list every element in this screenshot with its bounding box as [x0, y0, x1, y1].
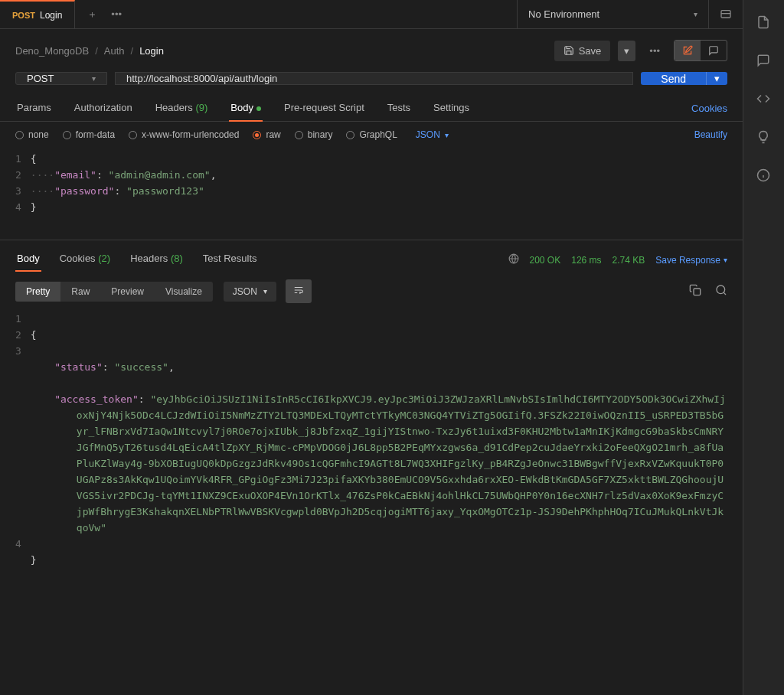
documentation-icon[interactable] — [756, 15, 772, 31]
svg-rect-0 — [721, 10, 730, 17]
save-button[interactable]: Save — [554, 41, 611, 61]
body-type-formdata[interactable]: form-data — [63, 129, 115, 140]
response-body-viewer[interactable]: 1234 { "status": "success", "access_toke… — [0, 311, 743, 695]
build-mode-icon[interactable] — [675, 41, 701, 60]
tab-tests[interactable]: Tests — [386, 96, 412, 121]
url-input[interactable] — [115, 72, 633, 85]
wrap-lines-icon[interactable] — [286, 279, 312, 303]
breadcrumb-folder[interactable]: Auth — [104, 45, 125, 57]
copy-icon[interactable] — [689, 284, 701, 299]
body-type-urlencoded[interactable]: x-www-form-urlencoded — [129, 129, 239, 140]
more-tabs-icon[interactable]: ••• — [111, 8, 122, 20]
more-actions-icon[interactable]: ••• — [643, 42, 666, 60]
svg-point-3 — [717, 286, 725, 294]
info-icon[interactable] — [756, 168, 772, 184]
view-mode-toggle — [674, 40, 727, 61]
environment-label: No Environment — [528, 8, 599, 20]
save-icon — [564, 45, 574, 56]
tab-title: Login — [40, 10, 62, 21]
breadcrumb: Deno_MongoDB / Auth / Login Save ▾ ••• — [0, 29, 743, 72]
method-selector[interactable]: POST ▾ — [15, 72, 107, 85]
body-format-selector[interactable]: JSON▾ — [416, 129, 449, 140]
resp-tab-body[interactable]: Body — [15, 248, 41, 272]
body-type-raw[interactable]: raw — [253, 129, 280, 140]
body-type-graphql[interactable]: GraphQL — [346, 129, 397, 140]
tab-body[interactable]: Body — [229, 96, 263, 121]
body-modified-dot — [256, 106, 261, 111]
comment-mode-icon[interactable] — [701, 41, 727, 60]
view-pretty[interactable]: Pretty — [15, 282, 60, 302]
new-tab-icon[interactable]: ＋ — [87, 8, 97, 21]
svg-rect-2 — [694, 289, 701, 295]
tab-headers[interactable]: Headers (9) — [154, 96, 210, 121]
request-body-editor[interactable]: 1234 {····"email": "admin@admin.com",···… — [0, 148, 743, 240]
breadcrumb-root[interactable]: Deno_MongoDB — [15, 45, 89, 57]
view-preview[interactable]: Preview — [100, 282, 155, 302]
view-raw[interactable]: Raw — [60, 282, 100, 302]
chevron-down-icon: ▾ — [92, 74, 96, 83]
cookies-link[interactable]: Cookies — [691, 103, 727, 114]
request-tabs: Params Authorization Headers (9) Body Pr… — [0, 96, 743, 122]
response-size: 2.74 KB — [612, 255, 645, 266]
beautify-button[interactable]: Beautify — [694, 129, 727, 140]
tab-settings[interactable]: Settings — [432, 96, 471, 121]
save-response-button[interactable]: Save Response ▾ — [655, 255, 727, 266]
tab-prerequest[interactable]: Pre-request Script — [283, 96, 366, 121]
breadcrumb-current: Login — [139, 45, 164, 57]
resp-tab-cookies[interactable]: Cookies (2) — [58, 248, 112, 272]
tab-method: POST — [12, 11, 35, 20]
lightbulb-icon[interactable] — [756, 130, 772, 145]
resp-tab-testresults[interactable]: Test Results — [201, 248, 259, 272]
body-type-selector: none form-data x-www-form-urlencoded raw… — [0, 122, 743, 148]
chevron-down-icon: ▾ — [694, 10, 697, 18]
response-format-selector[interactable]: JSON▾ — [224, 282, 276, 302]
comments-icon[interactable] — [756, 54, 772, 69]
response-time: 126 ms — [571, 255, 601, 266]
tab-authorization[interactable]: Authorization — [73, 96, 134, 121]
body-type-binary[interactable]: binary — [295, 129, 333, 140]
search-icon[interactable] — [715, 284, 727, 299]
code-icon[interactable] — [756, 92, 772, 107]
send-button[interactable]: Send — [641, 72, 706, 85]
right-sidebar — [743, 0, 784, 695]
environment-quicklook-icon[interactable] — [708, 0, 743, 28]
response-tabs: Body Cookies (2) Headers (8) Test Result… — [0, 240, 743, 272]
response-status: 200 OK — [530, 255, 561, 266]
send-dropdown[interactable]: ▾ — [706, 72, 727, 85]
response-view-bar: Pretty Raw Preview Visualize JSON▾ — [0, 272, 743, 311]
body-type-none[interactable]: none — [15, 129, 49, 140]
view-visualize[interactable]: Visualize — [155, 282, 213, 302]
resp-tab-headers[interactable]: Headers (8) — [129, 248, 185, 272]
network-icon[interactable] — [508, 253, 519, 266]
tab-params[interactable]: Params — [15, 96, 53, 121]
request-tab[interactable]: POST Login — [0, 0, 75, 28]
save-dropdown[interactable]: ▾ — [618, 41, 635, 61]
tab-bar: POST Login ＋ ••• No Environment ▾ — [0, 0, 743, 29]
environment-selector[interactable]: No Environment ▾ — [517, 0, 708, 28]
